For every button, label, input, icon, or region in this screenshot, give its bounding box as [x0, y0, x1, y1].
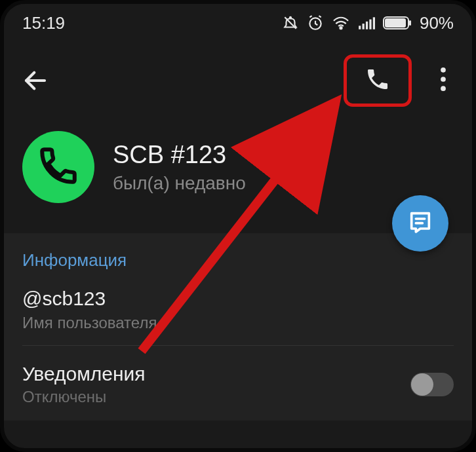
call-button[interactable]	[359, 62, 397, 100]
divider	[22, 345, 454, 346]
profile-text: SCB #123 был(а) недавно	[113, 141, 246, 194]
svg-point-2	[340, 27, 342, 29]
svg-rect-9	[385, 18, 406, 28]
svg-rect-6	[369, 20, 371, 29]
toggle-thumb	[411, 373, 433, 396]
info-section: Информация @scb123 Имя пользователя Увед…	[4, 233, 472, 421]
notifications-row[interactable]: Уведомления Отключены	[22, 359, 454, 406]
svg-point-14	[441, 86, 446, 91]
notifications-toggle[interactable]	[410, 373, 454, 396]
username-row[interactable]: @scb123 Имя пользователя	[22, 288, 454, 332]
svg-rect-10	[409, 20, 411, 26]
battery-icon	[383, 16, 412, 29]
username-label: Имя пользователя	[22, 314, 454, 332]
last-seen: был(а) недавно	[113, 173, 246, 194]
phone-frame: 15:19	[0, 0, 476, 452]
statusbar-right: 90%	[282, 13, 454, 33]
svg-point-13	[441, 77, 446, 82]
notifications-title: Уведомления	[22, 363, 146, 385]
signal-icon	[358, 16, 375, 30]
svg-rect-7	[373, 17, 375, 29]
appbar	[4, 42, 472, 119]
statusbar: 15:19	[4, 4, 472, 42]
more-vertical-icon	[441, 67, 446, 94]
contact-name: SCB #123	[113, 141, 246, 169]
wifi-icon	[332, 16, 350, 30]
svg-point-12	[441, 67, 446, 73]
message-fab[interactable]	[392, 195, 448, 252]
phone-icon	[37, 144, 80, 190]
battery-percent: 90%	[420, 13, 454, 33]
back-button[interactable]	[20, 65, 51, 96]
message-icon	[407, 209, 433, 238]
phone-icon	[365, 66, 391, 95]
more-button[interactable]	[430, 65, 456, 96]
svg-rect-4	[362, 24, 364, 29]
call-button-highlight	[344, 54, 412, 107]
statusbar-time: 15:19	[22, 13, 65, 33]
alarm-icon	[307, 14, 324, 31]
username-value: @scb123	[22, 288, 454, 310]
svg-rect-5	[366, 22, 368, 29]
notifications-status: Отключены	[22, 388, 146, 406]
avatar[interactable]	[22, 131, 94, 203]
info-header: Информация	[22, 250, 454, 271]
svg-rect-3	[359, 26, 361, 29]
mute-icon	[282, 14, 299, 31]
